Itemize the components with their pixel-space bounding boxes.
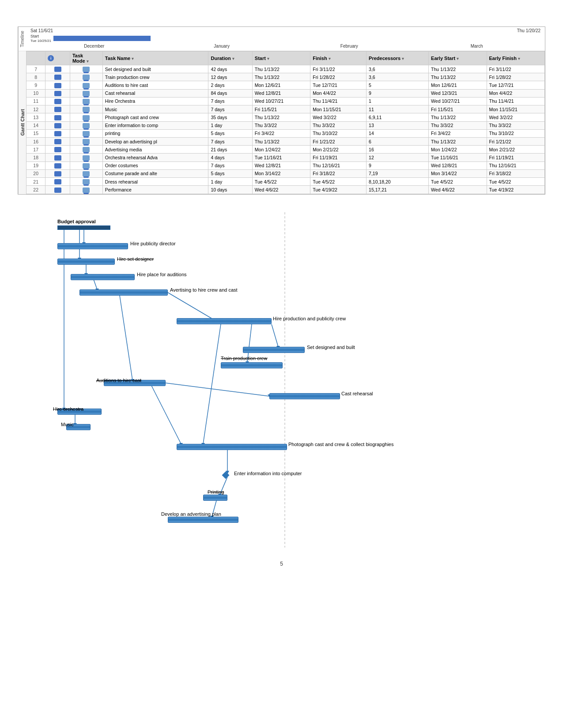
row-number: 12 — [26, 105, 45, 113]
task-icon-1 — [45, 186, 70, 194]
task-label-develop-adv: Develop an advertising plan — [161, 511, 221, 517]
task-label-printing: Printing — [208, 489, 224, 495]
task-duration: 7 days — [208, 105, 252, 113]
timeline-start-label: Start Tue 10/25/21 — [30, 34, 51, 43]
task-icon-1 — [45, 73, 70, 81]
task-icon-1 — [45, 81, 70, 89]
col-header-early-start[interactable]: Early Start ▾ — [429, 52, 487, 65]
task-icon-1 — [45, 105, 70, 113]
task-predecessors: 3,6 — [367, 65, 429, 73]
task-early-start: Wed 12/3/21 — [429, 89, 487, 97]
gantt-tbody: 7Set designed and built42 daysThu 1/13/2… — [26, 65, 545, 194]
task-finish: Wed 3/2/22 — [310, 113, 367, 121]
task-bar-cast — [269, 393, 340, 399]
task-early-finish: Tue 12/7/21 — [487, 81, 544, 89]
task-predecessors: 7,19 — [367, 169, 429, 177]
task-name: Cast rehearsal — [102, 89, 208, 97]
task-icon-2 — [70, 73, 102, 81]
task-start: Wed 10/27/21 — [252, 97, 310, 105]
task-name: Train production crew — [102, 73, 208, 81]
task-icon-2 — [70, 65, 102, 73]
task-name: Music — [102, 105, 208, 113]
task-finish: Fri 3/18/22 — [310, 169, 367, 177]
table-header-row: i TaskMode ▾ Task Name ▾ Duration ▾ Star… — [26, 52, 545, 65]
task-icon-1 — [45, 65, 70, 73]
col-header-duration[interactable]: Duration ▾ — [208, 52, 252, 65]
svg-line-15 — [119, 293, 132, 380]
task-predecessors: 8,10,18,20 — [367, 178, 429, 186]
gantt-table: i TaskMode ▾ Task Name ▾ Duration ▾ Star… — [26, 51, 545, 194]
month-december: December — [30, 44, 158, 49]
task-label-orch: Hire orchestra — [53, 406, 83, 412]
timeline-bar-area: Start Tue 10/25/21 — [26, 33, 545, 44]
col-header-start[interactable]: Start ▾ — [252, 52, 310, 65]
col-header-early-finish[interactable]: Early Finish ▾ — [487, 52, 544, 65]
table-row: 17Advertising media21 daysMon 1/24/22Mon… — [26, 146, 545, 154]
row-number: 16 — [26, 137, 45, 145]
task-icon-1 — [45, 113, 70, 121]
month-january: January — [158, 44, 286, 49]
row-number: 10 — [26, 89, 45, 97]
task-bar-publicity — [57, 243, 128, 249]
table-row: 20Costume parade and alte5 daysMon 3/14/… — [26, 169, 545, 177]
task-start: Mon 1/24/22 — [252, 146, 310, 154]
table-row: 21Dress rehearsal1 dayTue 4/5/22Tue 4/5/… — [26, 178, 545, 186]
task-predecessors: 12 — [367, 154, 429, 161]
task-duration: 7 days — [208, 137, 252, 145]
task-label-adv-hire: Avertising to hire crew and cast — [170, 287, 238, 293]
svg-line-25 — [150, 383, 181, 444]
col-header-finish[interactable]: Finish ▾ — [310, 52, 367, 65]
task-duration: 1 day — [208, 121, 252, 129]
task-duration: 4 days — [208, 154, 252, 161]
row-number: 11 — [26, 97, 45, 105]
timeline-content: Sat 11/6/21 Thu 1/20/22 Start Tue 10/25/… — [26, 27, 545, 51]
task-early-start: Wed 12/8/21 — [429, 161, 487, 169]
task-duration: 5 days — [208, 129, 252, 137]
task-early-finish: Fri 1/21/22 — [487, 137, 544, 145]
task-early-start: Fri 11/5/21 — [429, 105, 487, 113]
table-row: 11Hire Orchestra7 daysWed 10/27/21Thu 11… — [26, 97, 545, 105]
table-row: 19Order costumes7 daysWed 12/8/21Thu 12/… — [26, 161, 545, 169]
task-start: Thu 3/3/22 — [252, 121, 310, 129]
task-bar-adv-hire — [79, 289, 168, 296]
svg-line-9 — [168, 293, 216, 321]
task-finish: Mon 11/15/21 — [310, 105, 367, 113]
task-icon-1 — [45, 146, 70, 154]
task-predecessors: 6 — [367, 137, 429, 145]
table-row: 18Orchestra rehearsal Adva4 daysTue 11/1… — [26, 154, 545, 161]
table-wrap: i TaskMode ▾ Task Name ▾ Duration ▾ Star… — [26, 51, 545, 194]
task-duration: 35 days — [208, 113, 252, 121]
task-finish: Tue 4/5/22 — [310, 178, 367, 186]
row-number: 14 — [26, 121, 45, 129]
table-row: 16Develop an advertising pl7 daysThu 1/1… — [26, 137, 545, 145]
task-icon-1 — [45, 154, 70, 161]
task-early-finish: Mon 11/15/21 — [487, 105, 544, 113]
row-number: 17 — [26, 146, 45, 154]
task-start: Wed 12/8/21 — [252, 89, 310, 97]
table-row: 15printing5 daysFri 3/4/22Thu 3/10/2214F… — [26, 129, 545, 137]
task-finish: Thu 12/16/21 — [310, 161, 367, 169]
col-header-predecessors[interactable]: Predecessors ▾ — [367, 52, 429, 65]
task-name: Orchestra rehearsal Adva — [102, 154, 208, 161]
task-duration: 2 days — [208, 81, 252, 89]
timeline-dates: Sat 11/6/21 Thu 1/20/22 — [26, 27, 545, 33]
task-duration: 42 days — [208, 65, 252, 73]
task-icon-1 — [45, 129, 70, 137]
task-start: Fri 3/4/22 — [252, 129, 310, 137]
task-icon-2 — [70, 178, 102, 186]
task-icon-2 — [70, 137, 102, 145]
task-label-hire-prod: Hire production and publicity crew — [273, 316, 346, 321]
task-start: Thu 1/13/22 — [252, 65, 310, 73]
task-icon-1 — [45, 169, 70, 177]
task-duration: 7 days — [208, 161, 252, 169]
row-number: 19 — [26, 161, 45, 169]
network-section: Budget approval Hire publicity director … — [18, 208, 545, 552]
task-start: Tue 11/16/21 — [252, 154, 310, 161]
task-name: Hire Orchestra — [102, 97, 208, 105]
task-duration: 7 days — [208, 97, 252, 105]
row-number: 13 — [26, 113, 45, 121]
page-number: 5 — [18, 552, 545, 576]
task-early-finish: Thu 11/4/21 — [487, 97, 544, 105]
svg-line-23 — [203, 324, 221, 444]
task-name: Advertising media — [102, 146, 208, 154]
